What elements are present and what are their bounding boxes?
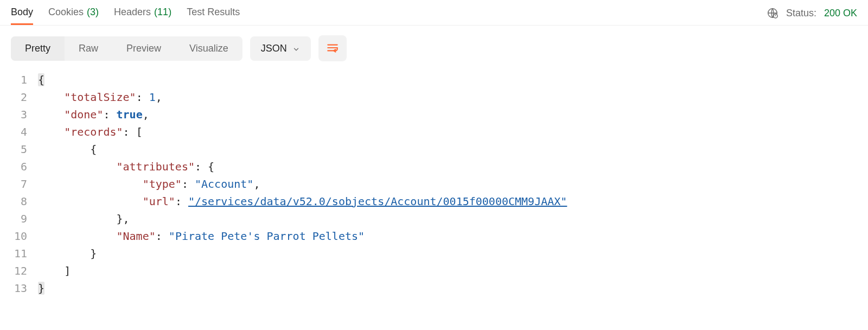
code-line: 9 },	[11, 210, 857, 227]
tab-headers[interactable]: Headers (11)	[114, 7, 171, 25]
format-select-value: JSON	[261, 43, 287, 54]
code-content: },	[38, 210, 130, 227]
tab-body[interactable]: Body	[11, 7, 33, 25]
code-line: 11 }	[11, 245, 857, 262]
tab-cookies-count: (3)	[87, 7, 99, 18]
line-number: 10	[11, 227, 38, 245]
code-line: 1 {	[11, 71, 857, 88]
status-area: Status: 200 OK	[767, 7, 857, 24]
code-line: 5 {	[11, 141, 857, 158]
code-line: 7 "type": "Account",	[11, 175, 857, 193]
view-tab-preview[interactable]: Preview	[112, 36, 175, 61]
tab-headers-count: (11)	[154, 7, 171, 18]
view-mode-tabs: Pretty Raw Preview Visualize	[11, 36, 242, 61]
network-globe-icon[interactable]	[767, 7, 778, 19]
line-number: 7	[11, 175, 38, 193]
code-line: 3 "done": true,	[11, 106, 857, 123]
wrap-lines-icon	[326, 41, 340, 56]
line-number: 8	[11, 193, 38, 210]
line-number: 4	[11, 123, 38, 141]
code-content: "attributes": {	[38, 158, 214, 175]
line-number: 6	[11, 158, 38, 175]
code-content: "totalSize": 1,	[38, 88, 162, 106]
code-line: 12 ]	[11, 262, 857, 280]
code-line: 2 "totalSize": 1,	[11, 88, 857, 106]
code-content: {	[38, 141, 97, 158]
view-tab-raw[interactable]: Raw	[65, 36, 112, 61]
tab-test-results[interactable]: Test Results	[187, 7, 240, 25]
code-content: "type": "Account",	[38, 175, 260, 193]
chevron-down-icon	[292, 45, 300, 52]
tab-cookies-label: Cookies	[48, 7, 84, 18]
url-link[interactable]: "/services/data/v52.0/sobjects/Account/0…	[188, 195, 567, 208]
code-line: 6 "attributes": {	[11, 158, 857, 175]
code-content: ]	[38, 262, 71, 280]
code-content: "done": true,	[38, 106, 149, 123]
line-number: 11	[11, 245, 38, 262]
line-number: 9	[11, 210, 38, 227]
code-content: {	[38, 71, 44, 88]
view-tab-visualize[interactable]: Visualize	[175, 36, 242, 61]
tab-test-results-label: Test Results	[187, 7, 240, 18]
code-content: "url": "/services/data/v52.0/sobjects/Ac…	[38, 193, 567, 210]
code-line: 8 "url": "/services/data/v52.0/sobjects/…	[11, 193, 857, 210]
code-line: 13 }	[11, 280, 857, 297]
response-tabs: Body Cookies (3) Headers (11) Test Resul…	[0, 0, 868, 26]
view-tab-pretty[interactable]: Pretty	[11, 36, 65, 61]
code-content: "Name": "Pirate Pete's Parrot Pellets"	[38, 227, 365, 245]
wrap-lines-button[interactable]	[318, 35, 347, 61]
line-number: 2	[11, 88, 38, 106]
line-number: 13	[11, 280, 38, 297]
code-line: 4 "records": [	[11, 123, 857, 141]
status-label: Status:	[786, 8, 816, 19]
code-content: }	[38, 280, 44, 297]
tab-body-label: Body	[11, 7, 33, 18]
code-content: }	[38, 245, 97, 262]
response-body-viewer[interactable]: 1 { 2 "totalSize": 1, 3 "done": true, 4 …	[0, 71, 868, 308]
code-line: 10 "Name": "Pirate Pete's Parrot Pellets…	[11, 227, 857, 245]
format-select[interactable]: JSON	[250, 36, 311, 61]
line-number: 5	[11, 141, 38, 158]
body-view-toolbar: Pretty Raw Preview Visualize JSON	[0, 26, 868, 71]
line-number: 1	[11, 71, 38, 88]
status-value: 200 OK	[824, 8, 857, 19]
line-number: 3	[11, 106, 38, 123]
tab-headers-label: Headers	[114, 7, 151, 18]
code-content: "records": [	[38, 123, 143, 141]
tab-cookies[interactable]: Cookies (3)	[48, 7, 99, 25]
line-number: 12	[11, 262, 38, 280]
